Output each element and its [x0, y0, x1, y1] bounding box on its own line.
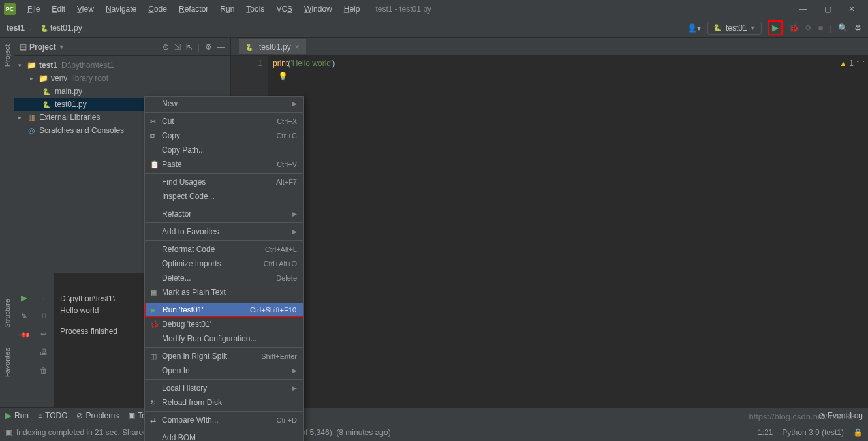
context-menu-item[interactable]: Add to Favorites▶	[145, 224, 303, 239]
print-icon[interactable]: 🖶	[40, 348, 48, 357]
search-icon[interactable]: 🔍	[838, 23, 848, 33]
python-file-icon: 🐍	[42, 88, 52, 95]
run-config-selector[interactable]: 🐍 test01 ▼	[707, 22, 762, 35]
context-menu-item[interactable]: ⧉CopyCtrl+C	[145, 129, 303, 143]
menu-window[interactable]: Window	[299, 3, 337, 16]
context-menu-item[interactable]: ▶Run 'test01'Ctrl+Shift+F10	[145, 303, 303, 317]
context-menu-item[interactable]: Inspect Code...	[145, 189, 303, 204]
project-title[interactable]: Project	[29, 42, 56, 52]
tab-problems[interactable]: ⊘Problems	[76, 411, 119, 420]
breadcrumb-root[interactable]: test1	[7, 23, 25, 33]
rerun-button[interactable]: ▶	[21, 293, 27, 303]
context-menu-item[interactable]: Modify Run Configuration...	[145, 331, 303, 346]
stop-button[interactable]: ■	[818, 23, 823, 33]
chevron-up-icon[interactable]: ˄	[856, 60, 860, 67]
status-indicator-icon[interactable]: ▣	[5, 428, 12, 437]
context-menu-item[interactable]: Refactor▶	[145, 207, 303, 221]
line-number: 1	[231, 59, 262, 68]
editor-tab-test01[interactable]: 🐍 test01.py ×	[239, 39, 306, 54]
context-menu-item[interactable]: Optimize ImportsCtrl+Alt+O	[145, 256, 303, 271]
menu-run[interactable]: Run	[215, 3, 240, 16]
context-menu-item[interactable]: Delete...Delete	[145, 271, 303, 285]
down-icon[interactable]: ↓	[42, 293, 46, 302]
tab-todo[interactable]: ≡TODO	[38, 411, 67, 420]
collapse-icon[interactable]: ⇱	[186, 42, 193, 52]
lock-icon[interactable]: 🔒	[853, 428, 863, 437]
menu-view[interactable]: View	[72, 3, 99, 16]
menu-edit[interactable]: Edit	[46, 3, 70, 16]
context-menu-item[interactable]: ⇄Compare With...Ctrl+D	[145, 413, 303, 427]
editor-tabs: 🐍 test01.py ×	[231, 38, 868, 56]
menu-item-label: Compare With...	[162, 416, 277, 425]
menu-vcs[interactable]: VCS	[271, 3, 298, 16]
window-controls: — ▢ ✕	[796, 3, 864, 15]
add-user-icon[interactable]: 👤▾	[687, 23, 701, 33]
intention-bulb-icon[interactable]: 💡	[278, 72, 288, 81]
trash-icon[interactable]: 🗑	[40, 366, 48, 375]
menu-file[interactable]: File	[22, 3, 45, 16]
context-menu-item[interactable]: Find UsagesAlt+F7	[145, 175, 303, 189]
run-button[interactable]: ▶	[768, 20, 783, 35]
sidebar-tab-favorites[interactable]: Favorites	[3, 348, 11, 377]
close-icon[interactable]: ✕	[845, 3, 859, 15]
coverage-icon[interactable]: ⟳	[805, 23, 812, 33]
chevron-right-icon[interactable]: ▸	[30, 75, 38, 82]
expand-icon[interactable]: ⇲	[174, 42, 181, 52]
chevron-down-icon[interactable]: ▼	[59, 44, 65, 50]
python-file-icon: 🐍	[42, 101, 52, 108]
context-menu-item[interactable]: Local History▶	[145, 381, 303, 395]
menu-help[interactable]: Help	[339, 3, 365, 16]
context-menu-item[interactable]: ▦Mark as Plain Text	[145, 285, 303, 299]
tree-venv[interactable]: ▸ 📁 venv library root	[14, 72, 230, 85]
stack-icon[interactable]: ⎍	[42, 311, 46, 320]
bottom-tool-tabs: ▶Run ≡TODO ⊘Problems ▣Terminal 🐍Python C…	[0, 407, 868, 423]
settings-icon[interactable]: ⚙	[854, 23, 861, 33]
locate-icon[interactable]: ⊙	[163, 42, 169, 52]
left-sidebar: Project Structure Favorites	[0, 38, 14, 390]
tree-root[interactable]: ▾ 📁 test1 D:\python\test1	[14, 59, 230, 72]
sidebar-tab-structure[interactable]: Structure	[3, 299, 11, 328]
menu-item-label: Reload from Disk	[162, 398, 297, 407]
menu-item-label: Cut	[162, 117, 277, 126]
menu-tools[interactable]: Tools	[241, 3, 270, 16]
context-menu-separator	[145, 301, 303, 301]
context-menu-item[interactable]: New▶	[145, 97, 303, 111]
mod-run-icon[interactable]: ✎	[21, 312, 27, 321]
menu-item-shortcut: Ctrl+D	[277, 416, 297, 424]
chevron-down-icon[interactable]: ˅	[862, 60, 865, 67]
breadcrumb-file[interactable]: 🐍test01.py	[40, 23, 82, 33]
pin-icon[interactable]: 📌	[18, 328, 31, 342]
tab-run[interactable]: ▶Run	[5, 410, 29, 420]
sidebar-tab-project[interactable]: Project	[3, 44, 11, 67]
chevron-right-icon[interactable]: ▸	[18, 114, 26, 121]
context-menu-item[interactable]: Reformat CodeCtrl+Alt+L	[145, 242, 303, 256]
maximize-icon[interactable]: ▢	[820, 3, 835, 15]
menu-item-icon: ✂	[150, 117, 162, 126]
chevron-down-icon[interactable]: ▾	[18, 62, 26, 68]
menu-code[interactable]: Code	[143, 3, 172, 16]
context-menu-separator	[145, 205, 303, 205]
cursor-position[interactable]: 1:21	[758, 428, 773, 437]
context-menu-item[interactable]: 🐞Debug 'test01'	[145, 317, 303, 331]
context-menu-item[interactable]: Add BOM	[145, 431, 303, 441]
context-menu-item[interactable]: ↻Reload from Disk	[145, 395, 303, 410]
settings-icon[interactable]: ⚙	[205, 42, 212, 52]
wrap-icon[interactable]: ↩	[40, 329, 47, 339]
inspection-indicator[interactable]: ▲ 1 ˄ ˅	[839, 59, 865, 68]
menu-navigate[interactable]: Navigate	[101, 3, 142, 16]
context-menu-item[interactable]: 📋PasteCtrl+V	[145, 157, 303, 172]
submenu-arrow-icon: ▶	[292, 367, 297, 374]
code-line[interactable]: print('Hello world')	[273, 59, 335, 68]
hide-panel-icon[interactable]: —	[217, 42, 225, 52]
context-menu-item[interactable]: ✂CutCtrl+X	[145, 114, 303, 129]
context-menu-item[interactable]: Open In▶	[145, 363, 303, 378]
minimize-icon[interactable]: —	[796, 3, 811, 15]
menu-refactor[interactable]: Refactor	[174, 3, 213, 16]
close-tab-icon[interactable]: ×	[295, 42, 300, 52]
context-menu-item[interactable]: ◫Open in Right SplitShift+Enter	[145, 349, 303, 363]
python-interpreter[interactable]: Python 3.9 (test1)	[782, 428, 844, 437]
menu-item-label: Modify Run Configuration...	[162, 334, 297, 343]
context-menu: New▶✂CutCtrl+X⧉CopyCtrl+CCopy Path...📋Pa…	[144, 96, 304, 441]
debug-button[interactable]: 🐞	[789, 23, 799, 33]
context-menu-item[interactable]: Copy Path...	[145, 143, 303, 157]
